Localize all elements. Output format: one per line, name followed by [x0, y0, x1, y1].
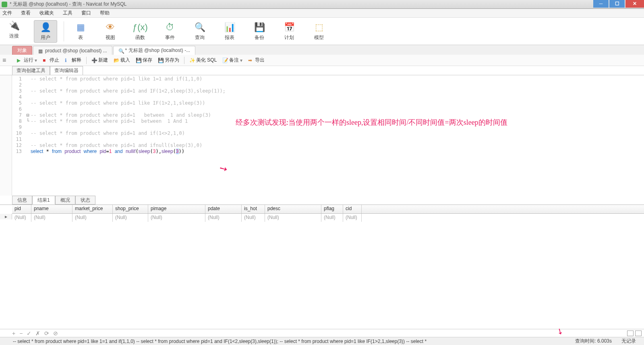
- close-button[interactable]: ✕: [625, 0, 644, 8]
- func-button[interactable]: ƒ(x)函数: [130, 22, 150, 41]
- result-tabs: 信息 结果1 概况 状态: [0, 196, 644, 205]
- query-icon: 🔍: [118, 48, 123, 53]
- table-button[interactable]: ▦表: [70, 22, 91, 41]
- new-button[interactable]: ➕新建: [89, 56, 110, 65]
- tab-strip: 对象 ▦product @shop (localhost) ... 🔍* 无标题…: [0, 45, 644, 55]
- export-icon: ➡: [248, 58, 254, 63]
- restab-profile[interactable]: 概况: [55, 196, 75, 205]
- menu-window[interactable]: 窗口: [81, 10, 91, 17]
- cell-pid[interactable]: (Null): [12, 214, 31, 222]
- explain-button[interactable]: ℹ解释: [62, 56, 84, 65]
- menubar: 文件 查看 收藏夹 工具 窗口 帮助: [0, 9, 644, 18]
- col-pflag[interactable]: pflag: [321, 205, 343, 213]
- cell-pdate[interactable]: (Null): [205, 214, 242, 222]
- folder-icon: 📂: [114, 58, 119, 63]
- app-icon: [2, 2, 7, 7]
- check-icon[interactable]: ✓: [27, 330, 31, 337]
- sql-editor[interactable]: 1 -- select * from product where pid=1 l…: [12, 75, 644, 196]
- cell-pdesc[interactable]: (Null): [265, 214, 321, 222]
- form-view-icon[interactable]: [635, 331, 642, 336]
- restab-status[interactable]: 状态: [75, 196, 95, 205]
- grid-toolbar: + − ✓ ✗ ⟳ ⊘: [0, 329, 644, 337]
- restab-info[interactable]: 信息: [12, 196, 32, 205]
- saveas-button[interactable]: 💾另存为: [155, 56, 182, 65]
- explain-icon: ℹ: [65, 58, 70, 63]
- subtab-editor[interactable]: 查询编辑器: [50, 66, 83, 75]
- menu-file[interactable]: 文件: [2, 10, 12, 17]
- col-pdesc[interactable]: pdesc: [265, 205, 321, 213]
- window-title: * 无标题 @shop (localhost) - 查询 - Navicat f…: [10, 1, 642, 8]
- cell-market_price[interactable]: (Null): [72, 214, 113, 222]
- col-pid[interactable]: pid: [12, 205, 31, 213]
- action-bar: ≡ ▶运行▾ ■停止 ℹ解释 ➕新建 📂载入 💾保存 💾另存为 ✨美化 SQL …: [0, 55, 644, 66]
- titlebar: * 无标题 @shop (localhost) - 查询 - Navicat f…: [0, 0, 644, 9]
- status-bar: -- select * from product where pid=1 lik…: [0, 337, 644, 345]
- tab-product[interactable]: ▦product @shop (localhost) ...: [33, 46, 112, 55]
- load-button[interactable]: 📂载入: [111, 56, 133, 65]
- tab-objects[interactable]: 对象: [12, 46, 32, 55]
- new-icon: ➕: [91, 58, 97, 63]
- no-records: 无记录: [617, 338, 641, 345]
- wand-icon: ✨: [189, 58, 195, 63]
- sub-tabs: 查询创建工具 查询编辑器: [0, 66, 644, 75]
- event-button[interactable]: ⏱事件: [160, 22, 180, 41]
- beautify-button[interactable]: ✨美化 SQL: [187, 56, 219, 65]
- save-icon: 💾: [136, 58, 141, 63]
- maximize-button[interactable]: ☐: [609, 0, 625, 8]
- stop-button[interactable]: ■停止: [40, 56, 62, 65]
- result-grid: pidpnamemarket_priceshop_pricepimagepdat…: [0, 205, 644, 314]
- cell-pflag[interactable]: (Null): [321, 214, 343, 222]
- table-icon: ▦: [38, 48, 43, 53]
- connect-button[interactable]: 🔌连接: [4, 20, 24, 43]
- minimize-button[interactable]: ─: [593, 0, 609, 8]
- query-time: 查询时间: 6.003s: [570, 338, 617, 345]
- grid-row[interactable]: (Null)(Null)(Null)(Null)(Null)(Null)(Nul…: [12, 214, 644, 222]
- col-shop_price[interactable]: shop_price: [113, 205, 148, 213]
- arrow-icon: ➘: [217, 162, 230, 176]
- save-button[interactable]: 💾保存: [133, 56, 155, 65]
- col-pimage[interactable]: pimage: [148, 205, 205, 213]
- delete-icon[interactable]: −: [19, 330, 23, 337]
- col-is_hot[interactable]: is_hot: [242, 205, 265, 213]
- subtab-builder[interactable]: 查询创建工具: [12, 66, 50, 75]
- hamburger-icon[interactable]: ≡: [2, 57, 10, 64]
- ribbon-toolbar: 🔌连接 👤用户 ▦表 👁视图 ƒ(x)函数 ⏱事件 🔍查询 📊报表 💾备份 📅计…: [0, 18, 644, 45]
- run-button[interactable]: ▶运行▾: [14, 56, 39, 65]
- view-button[interactable]: 👁视图: [100, 22, 120, 41]
- report-button[interactable]: 📊报表: [219, 22, 240, 41]
- backup-button[interactable]: 💾备份: [249, 22, 269, 41]
- tab-untitled[interactable]: 🔍* 无标题 @shop (localhost) -...: [113, 46, 196, 55]
- editor-area: 1 -- select * from product where pid=1 l…: [0, 75, 644, 196]
- cell-pname[interactable]: (Null): [31, 214, 72, 222]
- user-button[interactable]: 👤用户: [34, 20, 57, 43]
- cell-is_hot[interactable]: (Null): [242, 214, 265, 222]
- menu-fav[interactable]: 收藏夹: [39, 10, 54, 17]
- grid-view-icon[interactable]: [627, 331, 634, 336]
- cell-pimage[interactable]: (Null): [148, 214, 205, 222]
- schedule-button[interactable]: 📅计划: [279, 22, 299, 41]
- play-icon: ▶: [17, 58, 23, 63]
- menu-view[interactable]: 查看: [21, 10, 31, 17]
- row-indicator: ▸: [0, 214, 12, 219]
- export-button[interactable]: ➡导出: [246, 56, 267, 65]
- refresh-icon[interactable]: ⟳: [44, 330, 49, 337]
- col-market_price[interactable]: market_price: [72, 205, 113, 213]
- note-button[interactable]: 📝备注▾: [220, 56, 245, 65]
- stop-icon: ■: [43, 58, 48, 63]
- menu-tools[interactable]: 工具: [63, 10, 72, 17]
- note-icon: 📝: [222, 58, 228, 63]
- cancel-icon[interactable]: ✗: [35, 330, 40, 337]
- restab-result[interactable]: 结果1: [32, 196, 55, 205]
- stop-grid-icon[interactable]: ⊘: [53, 330, 58, 337]
- annotation-text: 经多次测试发现:当使用两个一样的sleep,设置相同时间/不同时间值=两次sle…: [236, 118, 507, 127]
- add-icon[interactable]: +: [12, 330, 15, 337]
- cell-shop_price[interactable]: (Null): [113, 214, 148, 222]
- col-pname[interactable]: pname: [31, 205, 72, 213]
- model-button[interactable]: ⬚模型: [309, 22, 329, 41]
- menu-help[interactable]: 帮助: [100, 10, 110, 17]
- col-cid[interactable]: cid: [343, 205, 362, 213]
- query-button[interactable]: 🔍查询: [190, 22, 210, 41]
- col-pdate[interactable]: pdate: [205, 205, 242, 213]
- grid-header: pidpnamemarket_priceshop_pricepimagepdat…: [12, 205, 644, 214]
- cell-cid[interactable]: (Null): [343, 214, 362, 222]
